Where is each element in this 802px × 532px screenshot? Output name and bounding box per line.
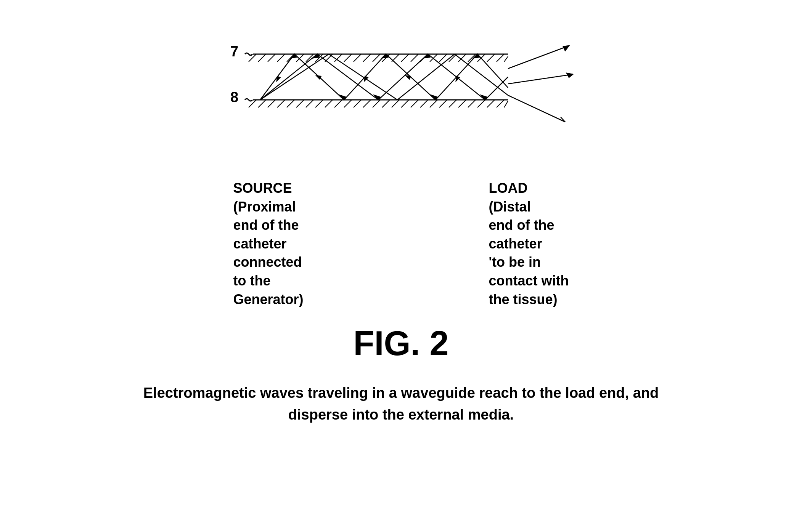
- svg-line-47: [411, 100, 418, 107]
- svg-line-56: [497, 100, 504, 107]
- svg-line-36: [306, 100, 313, 107]
- load-line5: 'to be in: [489, 253, 569, 272]
- svg-line-27: [487, 54, 495, 62]
- caption-line1: Electromagnetic waves traveling in a wav…: [143, 382, 659, 404]
- load-line1: LOAD: [489, 179, 569, 198]
- fig-title: FIG. 2: [353, 324, 448, 363]
- label-8: 8: [230, 89, 238, 105]
- svg-line-51: [449, 100, 456, 107]
- load-label: LOAD (Distal end of the catheter 'to be …: [489, 179, 569, 309]
- svg-line-42: [363, 100, 371, 107]
- svg-line-14: [363, 54, 371, 62]
- svg-line-81: [455, 54, 508, 95]
- svg-line-32: [268, 100, 275, 107]
- caption: Electromagnetic waves traveling in a wav…: [143, 382, 659, 426]
- svg-line-50: [439, 100, 447, 107]
- svg-line-33: [277, 100, 285, 107]
- svg-line-35: [296, 100, 304, 107]
- svg-line-34: [287, 100, 294, 107]
- source-line5: connected: [233, 253, 304, 272]
- svg-line-19: [411, 54, 418, 62]
- svg-line-38: [325, 100, 333, 107]
- load-line4: catheter: [489, 235, 569, 253]
- svg-line-15: [373, 54, 380, 62]
- svg-line-28: [497, 54, 504, 62]
- svg-line-43: [373, 100, 380, 107]
- svg-marker-83: [563, 46, 569, 51]
- source-line1: SOURCE: [233, 179, 304, 198]
- svg-line-3: [258, 54, 266, 62]
- svg-line-48: [420, 100, 428, 107]
- svg-line-18: [401, 54, 409, 62]
- svg-line-39: [334, 100, 342, 107]
- svg-line-41: [354, 100, 361, 107]
- svg-line-80: [397, 54, 455, 100]
- svg-line-68: [477, 54, 508, 88]
- svg-marker-85: [567, 73, 573, 77]
- svg-line-44: [382, 100, 390, 107]
- svg-line-12: [344, 54, 352, 62]
- caption-line2: disperse into the external media.: [143, 404, 659, 426]
- svg-line-4: [268, 54, 275, 62]
- source-line6: to the: [233, 272, 304, 290]
- svg-line-29: [504, 56, 508, 62]
- svg-line-55: [487, 100, 495, 107]
- svg-line-13: [354, 54, 361, 62]
- svg-line-37: [315, 100, 323, 107]
- svg-line-82: [508, 46, 569, 69]
- svg-line-57: [504, 101, 508, 107]
- svg-line-5: [277, 54, 285, 62]
- source-line4: catheter: [233, 235, 304, 253]
- svg-line-49: [430, 100, 437, 107]
- svg-line-46: [401, 100, 409, 107]
- source-line7: Generator): [233, 290, 304, 309]
- svg-line-86: [508, 95, 565, 122]
- svg-line-79: [329, 54, 397, 100]
- svg-marker-91: [406, 74, 411, 79]
- load-line6: contact with: [489, 272, 569, 290]
- diagram-area: 7 8: [211, 23, 592, 168]
- load-line3: end of the: [489, 216, 569, 235]
- load-line2: (Distal: [489, 198, 569, 216]
- source-line3: end of the: [233, 216, 304, 235]
- svg-line-73: [378, 54, 428, 100]
- svg-line-7: [296, 54, 304, 62]
- svg-line-40: [344, 100, 352, 107]
- svg-line-53: [468, 100, 476, 107]
- labels-row: SOURCE (Proximal end of the catheter con…: [211, 179, 592, 309]
- page-container: 7 8: [0, 0, 802, 532]
- label-7: 7: [230, 43, 238, 59]
- source-line2: (Proximal: [233, 198, 304, 216]
- load-line7: the tissue): [489, 290, 569, 309]
- source-label: SOURCE (Proximal end of the catheter con…: [233, 179, 304, 309]
- svg-line-45: [392, 100, 399, 107]
- svg-line-84: [508, 74, 573, 84]
- svg-line-71: [317, 54, 378, 100]
- svg-line-54: [477, 100, 485, 107]
- svg-marker-92: [453, 75, 459, 81]
- svg-line-31: [258, 100, 266, 107]
- waveguide-diagram: 7 8: [211, 23, 592, 168]
- svg-line-52: [458, 100, 466, 107]
